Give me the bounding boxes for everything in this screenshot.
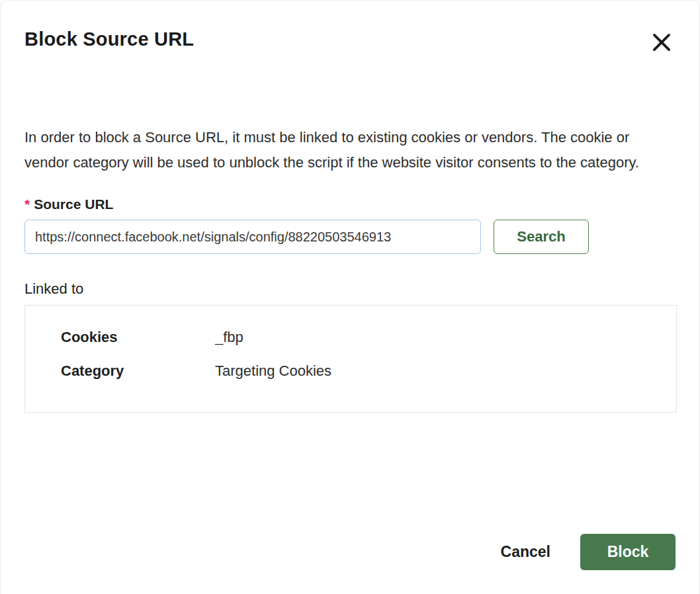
cookies-value: _fbp (215, 329, 243, 346)
source-url-label: *Source URL (24, 196, 676, 212)
linked-to-panel: Cookies _fbp Category Targeting Cookies (24, 305, 677, 413)
source-url-label-text: Source URL (34, 196, 113, 212)
dialog-header: Block Source URL (24, 1, 676, 56)
dialog-title: Block Source URL (24, 28, 194, 50)
cancel-button[interactable]: Cancel (501, 543, 550, 561)
dialog-footer: Cancel Block (501, 534, 676, 570)
dialog-description: In order to block a Source URL, it must … (24, 125, 676, 175)
source-url-row: Search (24, 220, 676, 254)
block-button[interactable]: Block (580, 534, 676, 570)
close-button[interactable] (648, 28, 676, 56)
close-icon (649, 30, 674, 55)
linked-row-category: Category Targeting Cookies (61, 362, 676, 380)
category-value: Targeting Cookies (215, 362, 331, 380)
block-source-url-dialog: Block Source URL In order to block a Sou… (0, 0, 700, 594)
search-button[interactable]: Search (494, 220, 589, 254)
cookies-label: Cookies (61, 329, 215, 346)
required-marker: * (24, 196, 30, 212)
source-url-input[interactable] (24, 220, 481, 254)
linked-row-cookies: Cookies _fbp (61, 329, 676, 346)
linked-to-label: Linked to (24, 280, 676, 298)
category-label: Category (61, 362, 215, 380)
